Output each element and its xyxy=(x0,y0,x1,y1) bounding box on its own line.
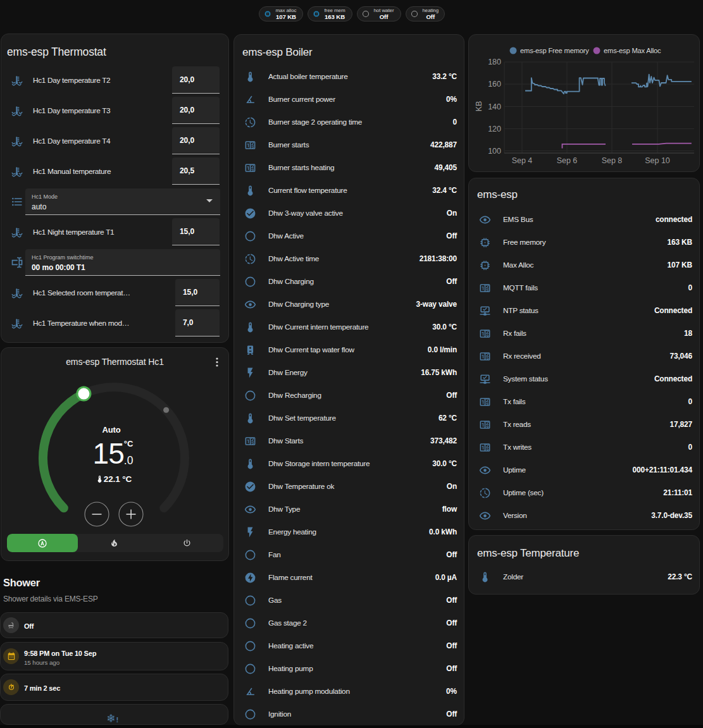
svg-text:140: 140 xyxy=(488,102,501,111)
svg-text:ems-esp Max Alloc: ems-esp Max Alloc xyxy=(604,47,661,54)
svg-text:180: 180 xyxy=(488,58,501,66)
svg-text:KB: KB xyxy=(475,101,483,112)
svg-text:100: 100 xyxy=(488,147,501,156)
svg-text:120: 120 xyxy=(488,125,501,133)
svg-text:Sep 6: Sep 6 xyxy=(557,156,578,165)
svg-text:Sep 10: Sep 10 xyxy=(645,156,670,165)
svg-text:160: 160 xyxy=(488,80,501,89)
svg-text:Sep 8: Sep 8 xyxy=(602,156,623,165)
svg-text:ems-esp Free memory: ems-esp Free memory xyxy=(520,47,589,54)
svg-text:Sep 4: Sep 4 xyxy=(512,156,533,165)
